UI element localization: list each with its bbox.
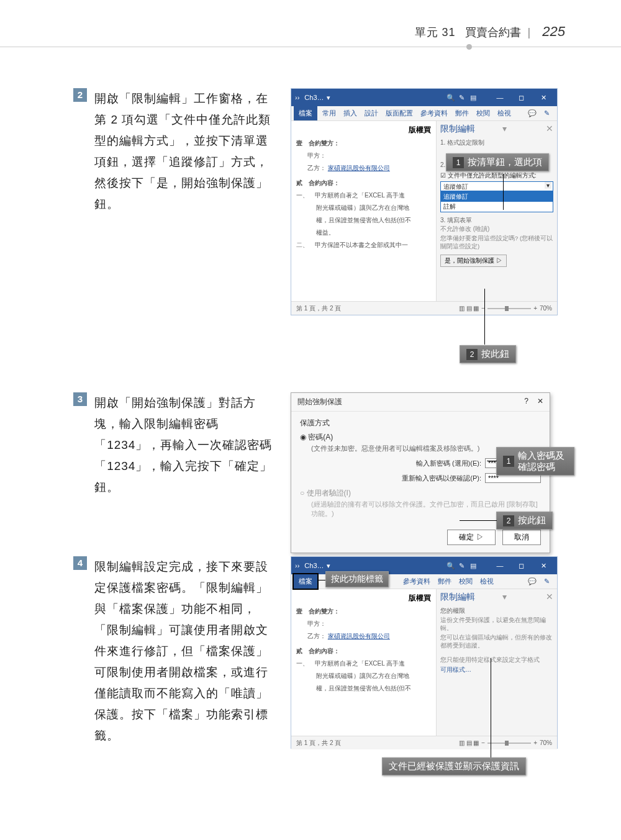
available-styles-link[interactable]: 可用樣式… [440,666,553,674]
callout-4b: 文件已經被保護並顯示保護資訊 [382,757,526,775]
status-bar: 第 1 頁，共 2 頁 ▥ ▤ ▦ − + 70% [291,736,557,749]
ribbon-collapse-icon[interactable]: ▤ [468,94,479,102]
pen-icon[interactable]: ✎ [456,94,468,102]
ribbon: 檔案 常用 插入 設計 版面配置 參考資料 郵件 校閱 檢視 💬✎ [291,106,557,121]
allow-edit-checkbox[interactable]: ☑ 文件中僅允許此類型的編輯方式: [440,171,553,180]
tab-file[interactable]: 檔案 [294,574,317,589]
close-button[interactable]: ✕ [533,562,553,570]
document-body: 版權買 壹 合約雙方： 甲方： 乙方： 家碩資訊股份有限公司 貳 合約內容： 一… [291,121,436,301]
step-2-text: 開啟「限制編輯」工作窗格，在第 2 項勾選「文件中僅允許此類型的編輯方式」，並按… [94,88,278,215]
doc-name: Ch3… [304,94,324,101]
dialog-title: 開始強制保護 [297,397,342,407]
step-4-num: 4 [73,556,87,570]
radio-userauth[interactable]: ○ 使用者驗證(I) [300,488,541,499]
step-4-text: 限制編輯設定完成，接下來要設定保護檔案密碼。「限制編輯」與「檔案保護」功能不相同… [94,556,278,746]
page-indicator: 第 1 頁，共 2 頁 [296,739,341,747]
dialog-close-icon[interactable]: ✕ [537,397,543,405]
step-4: 4 限制編輯設定完成，接下來要設定保護檔案密碼。「限制編輯」與「檔案保護」功能不… [73,556,278,746]
tab-mail[interactable]: 郵件 [451,109,473,118]
comment-icon[interactable]: 💬 [524,109,540,117]
doc-title: 版權買 [296,593,431,603]
tab-references[interactable]: 參考資料 [417,109,451,118]
step-3-num: 3 [73,392,87,406]
word-window-1: ›› Ch3… ▾ 🔍 ✎ ▤ — ◻ ✕ 檔案 常用 插入 設計 版面配置 參… [291,88,558,315]
callout-3b: 2按此鈕 [496,512,553,530]
restrict-editing-pane: 限制編輯 ▾ ✕ 您的權限 這份文件受到保護，以避免在無意間編輯。 您可以在這個… [436,589,557,736]
title-bar: ›› Ch3… ▾ 🔍 ✎ ▤ — ◻ ✕ [291,89,557,106]
radio-password[interactable]: ◉ 密碼(A) [300,432,541,443]
pane-title: 限制編輯 [440,124,475,133]
doc-title: 版權買 [296,125,431,135]
zoom-value: 70% [540,305,552,312]
close-button[interactable]: ✕ [533,94,553,102]
tab-layout[interactable]: 版面配置 [382,109,417,118]
maximize-button[interactable]: ◻ [512,94,532,102]
pane-dropdown-icon[interactable]: ▾ [502,124,507,133]
start-enforcing-button[interactable]: 是，開始強制保護 ▷ [440,255,507,267]
tab-review[interactable]: 校閱 [473,109,494,118]
comment-icon[interactable]: 💬 [524,577,540,585]
minimize-button[interactable]: — [490,562,510,569]
perm-label: 您的權限 [440,607,553,615]
pane-close-icon[interactable]: ✕ [546,124,553,133]
qatoolbar[interactable]: ›› [295,94,299,101]
status-bar: 第 1 頁，共 2 頁 ▥ ▤ ▦ − + 70% [291,301,557,315]
search-icon[interactable]: 🔍 [445,94,456,102]
callout-3a: 1輸入密碼及確認密碼 [496,447,574,476]
tab-insert[interactable]: 插入 [340,109,361,118]
tab-view[interactable]: 檢視 [476,577,497,586]
view-icons[interactable]: ▥ ▤ ▦ [459,739,479,746]
document-body: 版權買 壹 合約雙方： 甲方： 乙方： 家碩資訊股份有限公司 貳 合約內容： 一… [291,589,436,736]
tab-design[interactable]: 設計 [361,109,382,118]
edit-type-combo[interactable]: 追蹤修訂 [440,181,553,191]
zoom-value: 70% [540,739,552,746]
tab-file[interactable]: 檔案 [294,106,317,120]
tab-home[interactable]: 常用 [319,109,340,118]
edit-type-list[interactable]: 追蹤修訂 註解 [440,191,553,212]
maximize-button[interactable]: ◻ [512,562,532,570]
page-indicator: 第 1 頁，共 2 頁 [296,304,341,313]
view-icons[interactable]: ▥ ▤ ▦ [459,305,479,312]
help-icon[interactable]: ? [524,397,528,405]
ok-button[interactable]: 確定 ▷ [447,530,495,545]
page-number: 225 [542,24,565,39]
step-2-num: 2 [73,88,87,102]
tab-view[interactable]: 檢視 [494,109,515,118]
header-rule [0,47,621,47]
callout-4a: 按此功能標籤 [325,571,389,587]
chapter-title: 買賣合約書 [465,26,521,38]
cancel-button[interactable]: 取消 [502,530,541,545]
step-3: 3 開啟「開始強制保護」對話方塊，輸入限制編輯密碼「1234」，再輸入一次確認密… [73,392,278,498]
zoom-slider[interactable] [487,308,531,309]
step-3-text: 開啟「開始強制保護」對話方塊，輸入限制編輯密碼「1234」，再輸入一次確認密碼「… [94,392,278,498]
doc-name: Ch3… [304,562,324,569]
ribbon-collapse-icon[interactable]: ▤ [468,562,479,570]
tab-mail[interactable]: 郵件 [434,577,455,586]
share-icon[interactable]: ✎ [540,577,553,585]
callout-2a: 1按清單鈕，選此項 [446,153,549,171]
unit-label: 單元 31 [415,26,456,38]
restrict-editing-pane: 限制編輯 ▾ ✕ 1. 格式設定限制 2. 編輯限制 ☑ 文件中僅允許此類型的編… [436,121,557,301]
pane-close-icon[interactable]: ✕ [546,592,553,602]
search-icon[interactable]: 🔍 [445,562,456,570]
tab-references[interactable]: 參考資料 [399,577,434,586]
minimize-button[interactable]: — [490,94,510,101]
callout-2b: 2按此鈕 [460,345,516,363]
zoom-slider[interactable] [487,743,531,744]
step-2: 2 開啟「限制編輯」工作窗格，在第 2 項勾選「文件中僅允許此類型的編輯方式」，… [73,88,278,215]
pane-title: 限制編輯 [440,592,475,602]
share-icon[interactable]: ✎ [540,109,553,117]
pane-dropdown-icon[interactable]: ▾ [502,592,507,602]
tab-review[interactable]: 校閱 [455,577,476,586]
pen-icon[interactable]: ✎ [456,562,468,570]
page-header: 單元 31 買賣合約書 | 225 [415,24,565,40]
qatoolbar[interactable]: ›› [295,562,299,569]
